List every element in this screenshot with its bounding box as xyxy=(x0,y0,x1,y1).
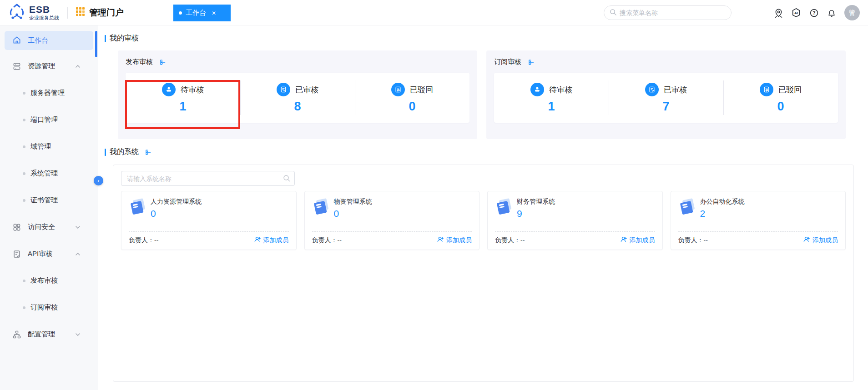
my-systems-panel: 人力资源管理系统 0 负责人：-- xyxy=(113,165,854,382)
sidebar-group-resources[interactable]: 资源管理 xyxy=(0,53,98,80)
location-pin-icon[interactable] xyxy=(773,8,783,18)
subscribe-review-panel: 订阅审核 xyxy=(486,50,846,139)
add-member-label: 添加成员 xyxy=(446,236,472,245)
system-card-materials[interactable]: 物资管理系统 0 负责人：-- xyxy=(304,191,480,250)
system-card-oa[interactable]: 办公自动化系统 2 负责人：-- xyxy=(671,191,846,250)
menu-search-box[interactable] xyxy=(604,5,732,20)
sidebar-group-api-review[interactable]: API审核 xyxy=(0,240,98,267)
svg-text:AI: AI xyxy=(794,11,798,15)
sidebar-item-domain-mgmt[interactable]: 域管理 xyxy=(0,133,98,160)
scrollbar-thumb[interactable] xyxy=(95,31,97,57)
add-member-button[interactable]: 添加成员 xyxy=(803,236,838,245)
sidebar-item-subscribe-review[interactable]: 订阅审核 xyxy=(0,294,98,321)
question-circle-icon[interactable]: ? xyxy=(809,8,819,18)
ai-hexagon-icon[interactable]: AI xyxy=(791,8,801,18)
page-title: 我的审核 xyxy=(110,34,139,43)
subscribe-review-stats: 待审核 1 已审核 7 xyxy=(494,73,838,123)
portal-switcher[interactable]: 管理门户 xyxy=(76,7,124,19)
sidebar-item-workbench[interactable]: 工作台 xyxy=(5,31,93,50)
tab-close-icon[interactable]: ✕ xyxy=(212,10,216,16)
chevron-up-icon xyxy=(75,64,81,69)
stat-reviewed[interactable]: 已审核 7 xyxy=(609,73,723,123)
owner-label: 负责人： xyxy=(312,236,338,244)
stat-value: 1 xyxy=(179,100,186,113)
menu-search-input[interactable] xyxy=(620,9,726,16)
sidebar-item-system-mgmt[interactable]: 系统管理 xyxy=(0,160,98,187)
system-name: 财务管理系统 xyxy=(517,198,555,206)
esb-admin-portal: ESB 企业服务总线 管理门户 工作台 ✕ xyxy=(0,0,868,390)
bullet-dot xyxy=(23,280,25,282)
org-chart-icon xyxy=(12,330,21,339)
sidebar-group-config-mgmt[interactable]: 配置管理 xyxy=(0,321,98,348)
owner-value: -- xyxy=(154,236,158,244)
document-check-icon xyxy=(12,250,21,259)
sidebar-item-server-mgmt[interactable]: 服务器管理 xyxy=(0,80,98,106)
owner-label: 负责人： xyxy=(129,236,154,244)
stat-label: 待审核 xyxy=(549,85,572,95)
stat-reviewed[interactable]: 已审核 8 xyxy=(240,73,355,123)
enter-arrow-icon[interactable] xyxy=(159,59,166,66)
top-header: ESB 企业服务总线 管理门户 工作台 ✕ xyxy=(0,0,868,25)
sidebar-item-label: 服务器管理 xyxy=(30,89,65,97)
magnifier-icon xyxy=(283,175,290,184)
sidebar-item-port-mgmt[interactable]: 端口管理 xyxy=(0,106,98,133)
sidebar-item-publish-review[interactable]: 发布审核 xyxy=(0,267,98,294)
add-member-button[interactable]: 添加成员 xyxy=(620,236,655,245)
add-member-button[interactable]: 添加成员 xyxy=(437,236,472,245)
main-content: 我的审核 发布审核 xyxy=(98,25,868,390)
bullet-dot xyxy=(23,119,25,121)
stat-value: 7 xyxy=(662,100,669,113)
sidebar-nav: 工作台 资源管理 服务器管理 端口管 xyxy=(0,25,98,390)
stamp-icon xyxy=(530,83,544,96)
header-actions: AI ? 管 xyxy=(773,0,860,25)
sidebar-item-label: 发布审核 xyxy=(30,276,58,285)
doc-return-icon xyxy=(760,83,773,96)
review-panels: 发布审核 xyxy=(118,50,846,139)
system-card-finance[interactable]: 财务管理系统 9 负责人：-- xyxy=(487,191,663,250)
stamp-icon xyxy=(162,83,176,96)
home-icon xyxy=(12,35,21,46)
sidebar-group-label: 访问安全 xyxy=(28,223,55,231)
section-title-text: 我的系统 xyxy=(110,147,139,157)
enter-arrow-icon[interactable] xyxy=(144,149,151,156)
person-plus-icon xyxy=(254,236,261,245)
tab-label: 工作台 xyxy=(186,9,206,17)
owner-label: 负责人： xyxy=(495,236,520,244)
doc-return-icon xyxy=(391,83,405,96)
stat-label: 待审核 xyxy=(181,85,204,95)
stat-value: 8 xyxy=(294,100,301,113)
tab-workbench[interactable]: 工作台 ✕ xyxy=(173,5,231,21)
publish-review-panel: 发布审核 xyxy=(118,50,477,139)
chevron-up-icon xyxy=(75,251,81,257)
stat-pending[interactable]: 待审核 1 xyxy=(494,73,609,123)
sidebar-group-label: 资源管理 xyxy=(28,62,55,70)
sidebar-item-label: 证书管理 xyxy=(30,196,58,205)
enter-arrow-icon[interactable] xyxy=(527,59,535,66)
bullet-dot xyxy=(23,199,25,202)
system-count: 9 xyxy=(517,208,555,219)
stat-rejected[interactable]: 已驳回 0 xyxy=(723,73,838,123)
title-accent-bar xyxy=(105,149,106,156)
stat-pending[interactable]: 待审核 1 xyxy=(126,73,240,123)
chevron-down-icon xyxy=(75,332,81,337)
sidebar-item-cert-mgmt[interactable]: 证书管理 xyxy=(0,187,98,214)
sidebar-group-access-security[interactable]: 访问安全 xyxy=(0,214,98,240)
system-search-input[interactable] xyxy=(121,171,295,186)
sidebar-item-label: 工作台 xyxy=(28,36,48,45)
logo-title: ESB xyxy=(29,5,59,15)
sidebar-collapse-button[interactable]: ‹ xyxy=(94,176,103,185)
person-plus-icon xyxy=(437,236,444,245)
bullet-dot xyxy=(23,172,25,175)
network-logo-icon xyxy=(8,3,25,22)
dashed-divider xyxy=(678,231,838,232)
bell-icon[interactable] xyxy=(827,8,837,18)
dashed-divider xyxy=(495,231,655,232)
add-member-button[interactable]: 添加成员 xyxy=(254,236,289,245)
user-avatar[interactable]: 管 xyxy=(844,5,860,20)
stat-rejected[interactable]: 已驳回 0 xyxy=(355,73,469,123)
system-count: 2 xyxy=(700,208,745,219)
sidebar-item-label: 系统管理 xyxy=(30,169,58,178)
system-search-box[interactable] xyxy=(121,171,295,186)
orange-grid-icon xyxy=(76,7,85,18)
system-card-hr[interactable]: 人力资源管理系统 0 负责人：-- xyxy=(121,191,297,250)
